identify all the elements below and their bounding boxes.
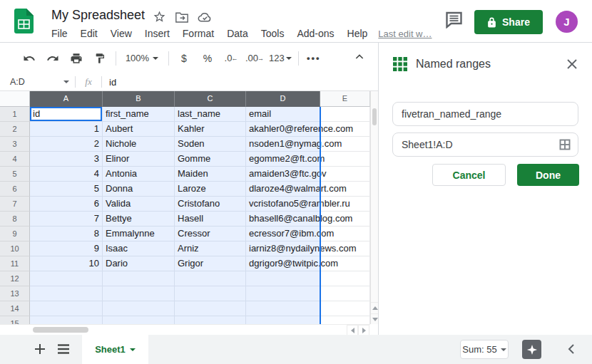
star-icon[interactable] xyxy=(153,10,166,24)
menu-view[interactable]: View xyxy=(104,26,138,41)
row-header-13[interactable]: 13 xyxy=(0,286,30,301)
cell-E4[interactable] xyxy=(320,152,370,167)
cell-C12[interactable] xyxy=(175,271,246,286)
menu-format[interactable]: Format xyxy=(176,26,220,41)
cell-A9[interactable]: 8 xyxy=(30,227,103,241)
cell-D11[interactable]: dgrigor9@twitpic.com xyxy=(246,256,320,271)
cell-B11[interactable]: Dario xyxy=(103,256,175,271)
menu-file[interactable]: File xyxy=(51,26,74,41)
cell-C7[interactable]: Cristofano xyxy=(175,197,246,212)
cell-C8[interactable]: Hasell xyxy=(175,212,246,227)
cell-A11[interactable]: 10 xyxy=(30,256,103,271)
row-header-4[interactable]: 4 xyxy=(0,152,30,167)
cell-A8[interactable]: 7 xyxy=(30,212,103,227)
cell-A5[interactable]: 4 xyxy=(30,167,103,182)
cell-B1[interactable]: first_name xyxy=(103,107,175,122)
menu-tools[interactable]: Tools xyxy=(255,26,291,41)
scroll-left-icon[interactable] xyxy=(347,325,358,336)
last-edit-link[interactable]: Last edit w… xyxy=(378,28,432,39)
row-header-11[interactable]: 11 xyxy=(0,256,30,271)
column-header-D[interactable]: D xyxy=(246,91,320,107)
menu-insert[interactable]: Insert xyxy=(138,26,176,41)
cell-B9[interactable]: Emmalynne xyxy=(103,227,175,241)
cell-B10[interactable]: Isaac xyxy=(103,241,175,256)
row-header-2[interactable]: 2 xyxy=(0,122,30,137)
cell-D4[interactable]: egomme2@ft.com xyxy=(246,152,320,167)
range-reference-input[interactable] xyxy=(392,132,578,157)
cell-E14[interactable] xyxy=(320,301,370,316)
cell-E1[interactable] xyxy=(320,107,370,122)
document-title[interactable]: My Spreadsheet xyxy=(51,8,145,23)
menu-edit[interactable]: Edit xyxy=(74,26,104,41)
row-header-10[interactable]: 10 xyxy=(0,241,30,256)
cloud-status-icon[interactable] xyxy=(198,11,213,23)
sum-indicator[interactable]: Sum: 55 xyxy=(460,340,509,359)
cell-D8[interactable]: bhasell6@canalblog.com xyxy=(246,212,320,227)
cell-A6[interactable]: 5 xyxy=(30,182,103,197)
cell-A12[interactable] xyxy=(30,271,103,286)
cell-D3[interactable]: nsoden1@nymag.com xyxy=(246,137,320,152)
cell-E5[interactable] xyxy=(320,167,370,182)
cell-C13[interactable] xyxy=(175,286,246,301)
select-all-corner[interactable] xyxy=(0,91,30,107)
cell-A3[interactable]: 2 xyxy=(30,137,103,152)
done-button[interactable]: Done xyxy=(517,164,579,186)
cell-C15[interactable] xyxy=(175,316,246,324)
cell-C2[interactable]: Kahler xyxy=(175,122,246,137)
cell-C3[interactable]: Soden xyxy=(175,137,246,152)
vertical-scrollbar[interactable] xyxy=(370,91,378,324)
cell-B6[interactable]: Donna xyxy=(103,182,175,197)
row-header-5[interactable]: 5 xyxy=(0,167,30,182)
cell-D15[interactable] xyxy=(246,316,320,324)
cell-D1[interactable]: email xyxy=(246,107,320,122)
cell-D2[interactable]: akahler0@reference.com xyxy=(246,122,320,137)
horizontal-scrollbar[interactable] xyxy=(0,324,370,335)
move-to-folder-icon[interactable] xyxy=(175,11,189,24)
comment-icon[interactable] xyxy=(445,11,464,31)
all-sheets-icon[interactable] xyxy=(57,343,70,358)
collapse-toolbar-icon[interactable] xyxy=(354,51,365,66)
cell-C9[interactable]: Cressor xyxy=(175,227,246,241)
add-sheet-icon[interactable] xyxy=(33,342,47,359)
cell-B12[interactable] xyxy=(103,271,175,286)
close-icon[interactable] xyxy=(565,57,579,71)
cell-B2[interactable]: Aubert xyxy=(103,122,175,137)
row-header-3[interactable]: 3 xyxy=(0,137,30,152)
column-header-C[interactable]: C xyxy=(175,91,246,107)
menu-data[interactable]: Data xyxy=(220,26,255,41)
sum-dropdown-icon[interactable] xyxy=(501,348,506,351)
scroll-right-icon[interactable] xyxy=(358,325,369,336)
cell-C5[interactable]: Maiden xyxy=(175,167,246,182)
cell-D13[interactable] xyxy=(246,286,320,301)
cell-A15[interactable] xyxy=(30,316,103,324)
column-header-E[interactable]: E xyxy=(320,91,370,107)
formula-input[interactable]: id xyxy=(102,77,116,88)
cell-B4[interactable]: Elinor xyxy=(103,152,175,167)
column-header-A[interactable]: A xyxy=(30,91,103,107)
range-name-input[interactable] xyxy=(392,102,578,126)
cell-B13[interactable] xyxy=(103,286,175,301)
select-data-range-icon[interactable] xyxy=(558,138,571,154)
increase-decimal-icon[interactable]: .00→ xyxy=(245,49,264,68)
format-currency-icon[interactable]: $ xyxy=(175,49,193,68)
undo-icon[interactable] xyxy=(20,49,39,68)
collapse-panel-icon[interactable] xyxy=(566,343,576,358)
cell-B7[interactable]: Valida xyxy=(103,197,175,212)
row-header-6[interactable]: 6 xyxy=(0,182,30,197)
sheets-logo-icon[interactable] xyxy=(14,9,34,36)
more-toolbar-button[interactable]: ••• xyxy=(305,49,323,68)
cell-D5[interactable]: amaiden3@ftc.gov xyxy=(246,167,320,182)
cell-A4[interactable]: 3 xyxy=(30,152,103,167)
cell-D14[interactable] xyxy=(246,301,320,316)
cell-A7[interactable]: 6 xyxy=(30,197,103,212)
avatar[interactable]: J xyxy=(556,11,578,33)
cell-D9[interactable]: ecressor7@ibm.com xyxy=(246,227,320,241)
row-header-15[interactable]: 15 xyxy=(0,316,30,324)
cell-A13[interactable] xyxy=(30,286,103,301)
cell-C1[interactable]: last_name xyxy=(175,107,246,122)
cell-B15[interactable] xyxy=(103,316,175,324)
cell-A2[interactable]: 1 xyxy=(30,122,103,137)
sheet-tab-menu-icon[interactable] xyxy=(130,348,136,351)
cell-D10[interactable]: iarniz8@nydailynews.com xyxy=(246,241,320,256)
cell-E15[interactable] xyxy=(320,316,370,324)
